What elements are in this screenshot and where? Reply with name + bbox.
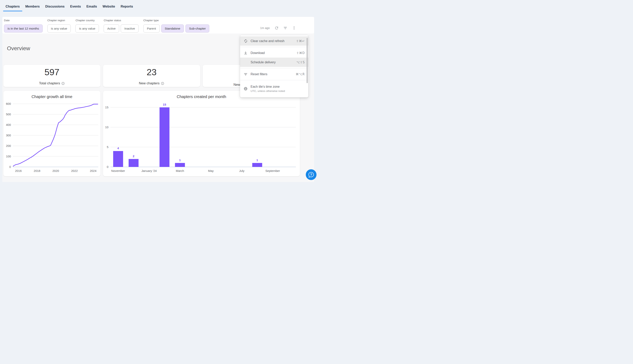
y-tick-label: 500 bbox=[6, 112, 11, 116]
filter-pill-is-any-value[interactable]: is any value bbox=[48, 24, 71, 32]
filter-group-label: Chapter country bbox=[76, 19, 99, 22]
bar-november-23[interactable] bbox=[113, 151, 123, 167]
tab-discussions[interactable]: Discussions bbox=[43, 2, 67, 11]
help-button[interactable]: ? bbox=[306, 169, 317, 180]
y-tick-label: 200 bbox=[6, 144, 11, 148]
bar-value-label: 2 bbox=[133, 154, 134, 158]
app-canvas: ChaptersMembersDiscussionsEventsEmailsWe… bbox=[0, 0, 317, 182]
menu-item-label: Reset filters bbox=[251, 72, 296, 76]
y-tick-label: 300 bbox=[6, 134, 11, 137]
x-tick-label: 2022 bbox=[71, 169, 78, 172]
x-tick-label: January '24 bbox=[141, 169, 157, 172]
bar-december-23[interactable] bbox=[129, 159, 139, 167]
info-icon[interactable] bbox=[61, 82, 65, 85]
menu-item-label: Each tile's time zone bbox=[251, 85, 305, 88]
filter-icon bbox=[243, 72, 248, 76]
filter-group-chapter-country: Chapter countryis any value bbox=[76, 19, 99, 34]
tab-events[interactable]: Events bbox=[68, 2, 83, 11]
x-tick-label: 2024 bbox=[90, 169, 96, 172]
globe-icon bbox=[243, 86, 248, 91]
bar-march-24[interactable] bbox=[175, 163, 185, 167]
bar-value-label: 1 bbox=[179, 158, 181, 162]
menu-item-label: Clear cache and refresh bbox=[251, 39, 296, 43]
refresh-cw-icon bbox=[243, 39, 248, 44]
download-icon bbox=[243, 50, 248, 55]
tab-label: Events bbox=[70, 4, 81, 8]
x-tick-label: September bbox=[265, 169, 280, 172]
line-chart: 010020030040050060020162018202020222024 bbox=[3, 91, 101, 176]
menu-divider bbox=[240, 47, 308, 47]
tab-label: Members bbox=[26, 4, 40, 8]
tab-label: Discussions bbox=[45, 4, 65, 8]
y-tick-label: 600 bbox=[6, 102, 11, 106]
filter-icon[interactable] bbox=[282, 25, 288, 31]
filter-group-label: Chapter type bbox=[143, 19, 210, 22]
x-tick-label: March bbox=[176, 169, 184, 172]
filter-pill-sub-chapter[interactable]: Sub-chapter bbox=[186, 24, 209, 32]
filter-pill-is-in-the-last-12-months[interactable]: is in the last 12 months bbox=[4, 24, 43, 32]
filter-pill-active[interactable]: Active bbox=[104, 24, 119, 32]
filter-pill-is-any-value[interactable]: is any value bbox=[76, 24, 99, 32]
menu-item-icon-spacer bbox=[243, 60, 248, 65]
question-mark-glyph: ? bbox=[310, 173, 312, 176]
tab-label: Website bbox=[103, 4, 115, 8]
filter-pill-inactive[interactable]: Inactive bbox=[121, 24, 138, 32]
menu-item-label: Download bbox=[251, 51, 296, 55]
menu-item-each-tile-s-time-zone[interactable]: Each tile's time zoneUTC, unless otherwi… bbox=[240, 81, 308, 96]
menu-item-list: Clear cache and refresh⇧⌘↵Download⇧⌘DSch… bbox=[240, 36, 308, 96]
kebab-menu-icon[interactable] bbox=[291, 25, 297, 31]
info-icon[interactable] bbox=[161, 82, 164, 85]
filter-group-label: Date bbox=[4, 19, 43, 22]
bar-chart: 0510154November2January '24151MarchMayJu… bbox=[103, 91, 300, 176]
tab-label: Reports bbox=[121, 4, 133, 8]
x-tick-label: 2020 bbox=[53, 169, 59, 172]
menu-item-reset-filters[interactable]: Reset filters⌘⌥R bbox=[240, 70, 308, 79]
tab-label: Emails bbox=[86, 4, 97, 8]
y-tick-label: 15 bbox=[105, 106, 108, 109]
menu-item-shortcut: ⌘⌥R bbox=[296, 72, 305, 76]
bar-august-24[interactable] bbox=[252, 163, 262, 167]
menu-item-shortcut: ⇧⌘D bbox=[296, 51, 305, 55]
refresh-icon[interactable] bbox=[274, 25, 280, 31]
menu-item-download[interactable]: Download⇧⌘D bbox=[240, 48, 308, 58]
kpi-value: 23 bbox=[147, 67, 157, 78]
menu-scrollbar[interactable] bbox=[307, 38, 308, 83]
x-tick-label: July bbox=[239, 169, 244, 172]
menu-divider bbox=[240, 80, 308, 80]
filter-pill-standalone[interactable]: Standalone bbox=[161, 24, 184, 32]
filter-group-label: Chapter region bbox=[48, 19, 71, 22]
menu-item-clear-cache-and-refresh[interactable]: Clear cache and refresh⇧⌘↵ bbox=[240, 36, 308, 46]
bar-value-label: 15 bbox=[163, 103, 166, 106]
bar-february-24[interactable] bbox=[160, 107, 169, 167]
menu-item-shortcut: ⌥⇧S bbox=[296, 60, 305, 64]
growth-line-series[interactable] bbox=[13, 104, 98, 166]
y-tick-label: 0 bbox=[107, 165, 108, 168]
y-tick-label: 100 bbox=[6, 154, 11, 158]
tab-website[interactable]: Website bbox=[100, 2, 118, 11]
line-chart-card: Chapter growth all time 0100200300400500… bbox=[3, 91, 101, 176]
menu-item-subtitle: UTC, unless otherwise noted bbox=[251, 90, 305, 92]
tab-emails[interactable]: Emails bbox=[84, 2, 99, 11]
tab-members[interactable]: Members bbox=[23, 2, 42, 11]
bar-value-label: 1 bbox=[256, 158, 258, 162]
y-tick-label: 0 bbox=[9, 165, 11, 168]
kpi-label: New chapters bbox=[139, 81, 160, 85]
kpi-card-total-chapters: 597 Total chapters bbox=[3, 65, 101, 87]
kpi-value: 597 bbox=[45, 67, 59, 78]
kpi-card-new-chapters: 23 New chapters bbox=[103, 65, 200, 87]
y-tick-label: 5 bbox=[107, 145, 108, 149]
x-tick-label: May bbox=[208, 169, 214, 172]
tab-chapters[interactable]: Chapters bbox=[3, 2, 22, 11]
menu-item-shortcut: ⇧⌘↵ bbox=[296, 39, 305, 43]
filter-group-date: Dateis in the last 12 months bbox=[4, 19, 43, 34]
tab-list: ChaptersMembersDiscussionsEventsEmailsWe… bbox=[3, 2, 136, 11]
filter-group-chapter-status: Chapter statusActiveInactive bbox=[104, 19, 139, 34]
filter-group-chapter-region: Chapter regionis any value bbox=[48, 19, 71, 34]
page-title: Overview bbox=[7, 45, 30, 52]
tab-reports[interactable]: Reports bbox=[118, 2, 135, 11]
filter-pill-parent[interactable]: Parent bbox=[143, 24, 160, 32]
dashboard-toolbar: 1m ago bbox=[260, 25, 297, 31]
bar-value-label: 4 bbox=[117, 146, 119, 150]
menu-item-schedule-delivery[interactable]: Schedule delivery⌥⇧S bbox=[240, 58, 308, 67]
top-nav: ChaptersMembersDiscussionsEventsEmailsWe… bbox=[0, 0, 317, 17]
